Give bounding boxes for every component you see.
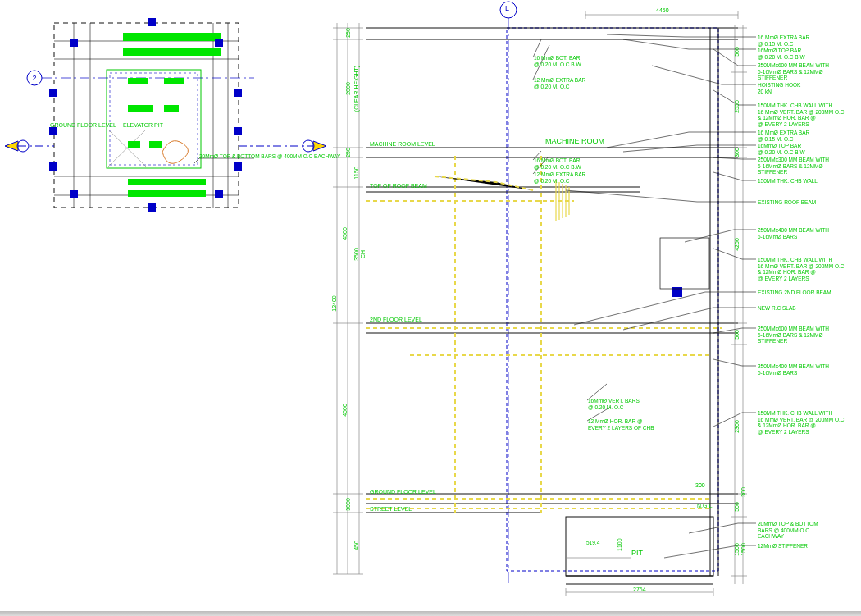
svg-rect-26 [128,105,153,112]
svg-rect-32 [70,39,78,47]
right-note-11: 150MM THK. CHB WALL WITH16 MmØ VERT. BAR… [758,257,844,281]
grid-marker-L: L [505,5,509,11]
inner-note-6: 519.4 [586,540,599,546]
dim-top-4450: 4450 [656,7,669,14]
dim-mid-1100: 1100 [617,538,623,551]
svg-rect-31 [128,190,206,197]
right-note-5: 16 MmØ EXTRA BAR@ 0.15 M. O.C [758,130,809,142]
svg-rect-39 [234,127,242,135]
svg-text:(CLEAR HEIGHT): (CLEAR HEIGHT) [353,66,360,112]
right-note-8: 150MM THK. CHB WALL [758,178,818,185]
dim-bot-2764: 2764 [633,586,646,593]
svg-rect-27 [164,105,179,112]
right-note-12: EXISTING 2ND FLOOR BEAM [758,290,831,296]
svg-text:1150: 1150 [353,167,359,180]
svg-rect-24 [128,78,148,84]
svg-text:3500: 3500 [353,248,359,261]
svg-marker-13 [5,141,18,151]
right-note-1: 16MmØ TOP BAR@ 0.20 M. O.C B.W [758,48,805,60]
svg-rect-33 [148,18,156,26]
right-note-2: 250MMx600 MM BEAM WITH6-16MmØ BARS & 12M… [758,62,829,81]
right-note-16: 150MM THK. CHB WALL WITH16 MmØ VERT. BAR… [758,410,844,435]
svg-rect-37 [49,162,57,171]
svg-text:2550: 2550 [734,100,740,113]
status-bar-shadow [0,611,861,616]
inner-note-3: 12 MmØ EXTRA BAR@ 0.20 M. O.C [534,171,585,184]
pit-label: PIT [631,550,643,556]
svg-rect-43 [215,190,223,198]
svg-rect-30 [128,179,206,185]
right-note-9: EXISTING ROOF BEAM [758,199,816,206]
right-note-4: 150MM THK. CHB WALL WITH16 MmØ VERT. BAR… [758,103,844,127]
svg-rect-22 [123,33,221,41]
right-note-10: 250MMx400 MM BEAM WITH6-16MmØ BARS [758,227,829,240]
right-note-6: 16MmØ TOP BAR@ 0.20 M. O.C B.W [758,143,805,155]
svg-text:1500: 1500 [740,543,746,556]
svg-text:3000: 3000 [345,498,351,511]
svg-text:12400: 12400 [331,295,337,312]
svg-rect-78 [660,238,709,289]
plan-callout: 20MmØ TOP & BOTTOM BARS @ 400MM O.C EACH… [199,153,340,160]
top-of-roof-beam-label: TOP OF ROOF BEAM [370,183,427,189]
svg-text:CH: CH [360,250,366,258]
drawing-linework: 2 [0,0,861,616]
ngl-label: N.G.L. [697,503,713,509]
inner-note-0: 16 MmØ BOT. BAR@ 0.20 M. O.C B.W [534,55,581,67]
svg-rect-29 [149,141,162,148]
street-level-label: STREET LEVEL [370,506,412,513]
right-note-0: 16 MmØ EXTRA BAR@ 0.15 M. O.C [758,34,809,47]
right-note-14: 250MMx600 MM BEAM WITH6-16MmØ BARS & 12M… [758,326,829,345]
inner-note-2: 16 MmØ BOT. BAR@ 0.20 M. O.C B.W [534,157,581,170]
machine-room-label: MACHINE ROOM [545,138,604,144]
dim-mid-300: 300 [695,482,705,489]
svg-text:500: 500 [734,502,740,512]
svg-rect-41 [70,190,78,198]
svg-line-44 [194,158,199,164]
svg-text:300: 300 [734,148,740,157]
right-note-7: 250MMx300 MM BEAM WITH6-16MmØ BARS & 12M… [758,157,829,176]
second-floor-label: 2ND FLOOR LEVEL [370,317,422,323]
right-note-17: 20MmØ TOP & BOTTOMBARS @ 400MM O.CEACHWA… [758,521,818,540]
svg-rect-25 [164,78,184,84]
inner-note-5: 12 MmØ HOR. BAR @EVERY 2 LAYERS OF CHB [588,418,654,431]
svg-text:300: 300 [740,487,746,497]
svg-rect-42 [148,203,156,212]
svg-rect-60 [566,517,713,576]
svg-rect-1 [107,70,201,168]
plan-ground-floor-label: GROUND FLOOR LEVEL [50,122,116,129]
svg-text:500: 500 [734,330,740,340]
svg-text:4600: 4600 [342,404,348,417]
svg-rect-34 [215,39,223,47]
plan-pit-label: ELEVATOR PIT [123,122,163,129]
svg-text:4250: 4250 [734,238,740,251]
right-note-13: NEW R.C SLAB [758,305,796,312]
svg-text:1500: 1500 [734,543,740,556]
svg-rect-48 [507,28,718,571]
svg-text:450: 450 [353,541,359,550]
inner-note-4: 16MmØ VERT. BARS@ 0.20 M. O.C [588,398,640,410]
svg-text:2300: 2300 [734,420,740,433]
svg-text:2: 2 [32,74,36,82]
svg-rect-38 [234,89,242,97]
svg-rect-2 [110,73,198,165]
right-note-3: HOISTING HOOK20 kN [758,82,800,94]
svg-text:2000: 2000 [345,82,351,95]
svg-rect-23 [123,48,221,56]
right-note-18: 12MmØ STIFFENER [758,543,808,550]
ground-floor-label: GROUND FLOOR LEVEL [370,489,436,495]
plan-view: 2 [5,18,326,212]
svg-marker-15 [313,141,326,151]
svg-rect-40 [234,162,242,171]
svg-text:500: 500 [734,47,740,57]
svg-text:250: 250 [345,28,351,38]
svg-rect-35 [49,89,57,97]
svg-text:4500: 4500 [342,227,348,240]
right-note-15: 250MMx400 MM BEAM WITH6-16MmØ BARS [758,363,829,376]
machine-room-level-label: MACHINE ROOM LEVEL [370,141,435,148]
inner-note-1: 12 MmØ EXTRA BAR@ 0.20 M. O.C [534,77,585,89]
svg-text:250: 250 [345,148,351,157]
svg-rect-28 [128,141,140,148]
